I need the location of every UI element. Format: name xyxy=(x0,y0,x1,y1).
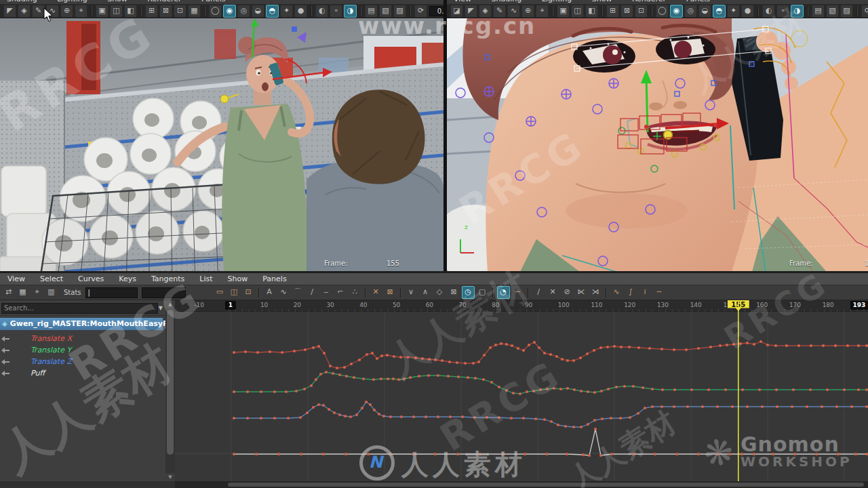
step-tangents-icon[interactable]: ⌐ xyxy=(334,286,347,299)
tumble-tool-icon[interactable]: ◤ xyxy=(465,5,477,18)
exposure-field[interactable]: 0.00 xyxy=(429,6,443,16)
wireframe-icon[interactable]: ◯ xyxy=(656,5,669,18)
paste-view-icon[interactable]: ▨ xyxy=(840,5,853,18)
viewport-left[interactable]: Shading Lighting Show Renderer Panels ◤◈… xyxy=(0,0,443,271)
bounding-box-icon[interactable]: ◎ xyxy=(237,5,250,18)
sequence-time-icon[interactable]: ◑ xyxy=(791,5,804,18)
range-start-marker[interactable]: 1 xyxy=(225,301,236,310)
stats-time-field[interactable]: | xyxy=(85,287,138,298)
channel-row-translate-x[interactable]: Translate X xyxy=(0,333,165,344)
bounding-box-icon[interactable]: ◎ xyxy=(684,5,697,18)
smooth-shade-icon[interactable]: ◉ xyxy=(670,5,683,18)
xray-icon[interactable]: ⊞ xyxy=(606,5,619,18)
move-nearest-key-tool-icon[interactable]: ⇄ xyxy=(2,286,15,299)
channel-row-puff[interactable]: Puff xyxy=(0,367,165,379)
use-all-lights-icon[interactable]: ◓ xyxy=(713,5,726,18)
graph-editor-channel-outliner[interactable]: Search... ▼ ◈Gwen_rig_MASTER:MouthMouthE… xyxy=(0,300,166,481)
graph-menu-panels[interactable]: Panels xyxy=(255,274,294,283)
copy-view-icon[interactable]: ▧ xyxy=(379,5,392,18)
default-in-tangent-icon[interactable]: ✕ xyxy=(370,286,382,299)
paste-view-icon[interactable]: ▨ xyxy=(393,5,406,18)
wireframe-on-shaded-icon[interactable]: ⊠ xyxy=(620,5,633,18)
scrollbar-handle[interactable] xyxy=(228,483,864,487)
frame-all-icon[interactable]: ▭ xyxy=(214,286,226,299)
curve-cycle-icon[interactable]: ∿ xyxy=(610,286,623,299)
single-pane-layout-icon[interactable]: ▣ xyxy=(557,5,570,18)
paint-select-tool-icon[interactable]: ∿ xyxy=(507,5,520,18)
film-gate-icon[interactable]: ◪ xyxy=(450,5,463,18)
graph-editor-time-ruler[interactable]: -101020304050607080901001101201301401501… xyxy=(175,300,868,312)
multisample-icon[interactable]: ∘ xyxy=(330,5,342,18)
multisample-icon[interactable]: ∘ xyxy=(776,5,789,18)
move-tool-icon[interactable]: ⊕ xyxy=(60,5,73,18)
wireframe-icon[interactable]: ◯ xyxy=(209,5,222,18)
pin-channel-icon[interactable] xyxy=(3,361,9,363)
motion-blur-icon[interactable]: ◐ xyxy=(762,5,775,18)
curve-cycle-offset-icon[interactable]: ∫ xyxy=(625,286,637,299)
lock-tangent-weight-icon[interactable]: ⊠ xyxy=(448,286,460,299)
pin-channel-icon[interactable] xyxy=(3,350,9,351)
refresh-icon[interactable]: ⟳ xyxy=(861,5,868,18)
curve-linear-extrap-icon[interactable]: ∼ xyxy=(653,286,666,299)
region-select-keys-tool-icon[interactable]: ▥ xyxy=(45,286,58,299)
ambient-occlusion-icon[interactable]: ● xyxy=(741,5,754,18)
flat-shade-icon[interactable]: ◒ xyxy=(252,5,264,18)
default-material-icon[interactable]: ⊡ xyxy=(635,5,648,18)
clamped-tangents-icon[interactable]: ⌒ xyxy=(292,286,304,299)
scroll-up-icon[interactable]: ▲ xyxy=(165,300,175,308)
shadows-icon[interactable]: ✦ xyxy=(280,5,293,18)
plateau-tangents-icon[interactable]: ∴ xyxy=(349,286,361,299)
curve-oscillate-icon[interactable]: ≀ xyxy=(639,286,652,299)
break-connections-icon[interactable]: ✕ xyxy=(547,286,559,299)
wireframe-on-shaded-icon[interactable]: ⊠ xyxy=(159,5,172,18)
center-current-time-icon[interactable]: ⊡ xyxy=(242,286,255,299)
graph-menu-show[interactable]: Show xyxy=(220,274,256,283)
select-tool-icon[interactable]: ◈ xyxy=(479,5,492,18)
insert-keys-tool-icon[interactable]: ▦ xyxy=(16,286,29,299)
face-rig-3d-scene[interactable] xyxy=(447,18,868,271)
tumble-tool-icon[interactable]: ◤ xyxy=(3,5,16,18)
graph-menu-curves[interactable]: Curves xyxy=(71,274,111,283)
motion-blur-icon[interactable]: ◐ xyxy=(315,5,328,18)
swap-buffer-curve-icon[interactable]: ∕ xyxy=(532,286,545,299)
graph-horizontal-scrollbar[interactable] xyxy=(175,481,868,488)
textured-icon[interactable]: ▦ xyxy=(188,5,201,18)
graph-menu-select[interactable]: Select xyxy=(33,274,71,283)
xray-icon[interactable]: ⊞ xyxy=(145,5,158,18)
free-tangent-weight-icon[interactable]: ◇ xyxy=(433,286,446,299)
unify-tangents-icon[interactable]: ∧ xyxy=(419,286,432,299)
linear-tangents-icon[interactable]: ∕ xyxy=(306,286,319,299)
buffer-curve-snapshot-icon[interactable]: ∽ xyxy=(511,286,524,299)
time-snap-icon[interactable]: ◷ xyxy=(462,286,475,299)
channel-row-translate-z[interactable]: Translate Z xyxy=(0,356,165,367)
channel-row-translate-y[interactable]: Translate Y xyxy=(0,344,165,356)
post-infinity-cycle-icon[interactable]: ⋊ xyxy=(589,286,602,299)
break-tangents-icon[interactable]: ∨ xyxy=(405,286,418,299)
select-tool-icon[interactable]: ◈ xyxy=(18,5,31,18)
viewport-right[interactable]: View Shading Lighting Show Renderer Pane… xyxy=(447,0,868,271)
chevron-down-icon[interactable]: ▼ xyxy=(159,305,163,311)
pane-outliner-layout-icon[interactable]: ◧ xyxy=(585,5,598,18)
snap-keys-icon[interactable]: ◔ xyxy=(497,286,510,299)
scale-tool-icon[interactable]: ⌖ xyxy=(75,5,87,18)
lattice-deform-keys-tool-icon[interactable]: ⌖ xyxy=(31,286,43,299)
default-material-icon[interactable]: ⊡ xyxy=(174,5,186,18)
value-snap-icon[interactable]: ▢ xyxy=(476,286,489,299)
graph-menu-tangents[interactable]: Tangents xyxy=(144,274,192,283)
range-end-marker[interactable]: 193 xyxy=(850,301,868,310)
graph-menu-view[interactable]: View xyxy=(0,274,33,283)
smooth-shade-icon[interactable]: ◉ xyxy=(223,5,236,18)
supermarket-3d-scene[interactable] xyxy=(0,18,443,271)
use-all-lights-icon[interactable]: ◓ xyxy=(266,5,279,18)
flat-shade-icon[interactable]: ◒ xyxy=(698,5,711,18)
shadows-icon[interactable]: ✦ xyxy=(727,5,740,18)
copy-view-icon[interactable]: ▧ xyxy=(826,5,839,18)
frame-playback-range-icon[interactable]: ◫ xyxy=(228,286,241,299)
scale-tool-icon[interactable]: ⌖ xyxy=(536,5,549,18)
lasso-select-tool-icon[interactable]: ✎ xyxy=(493,5,506,18)
stats-value-field[interactable] xyxy=(142,287,186,298)
ambient-occlusion-icon[interactable]: ● xyxy=(294,5,307,18)
isolate-select-icon[interactable]: ▤ xyxy=(812,5,825,18)
search-input[interactable]: Search... xyxy=(1,303,158,314)
pane-outliner-layout-icon[interactable]: ◧ xyxy=(124,5,137,18)
